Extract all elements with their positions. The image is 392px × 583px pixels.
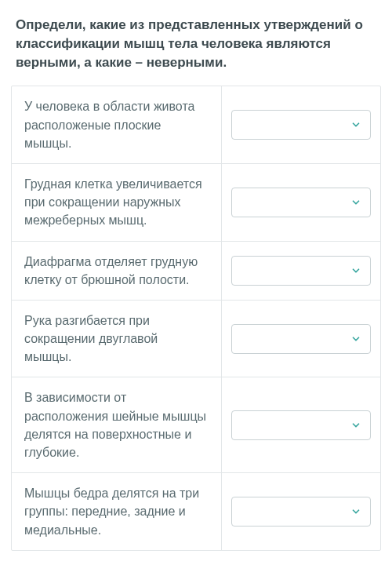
answer-cell	[222, 86, 380, 163]
chevron-down-icon	[350, 333, 362, 345]
chevron-down-icon	[350, 419, 362, 432]
answer-cell	[222, 473, 380, 550]
table-row: Грудная клетка увеличивается при сокраще…	[12, 164, 380, 242]
chevron-down-icon	[350, 118, 362, 131]
question-title: Определи, какие из представленных утверж…	[11, 16, 381, 71]
answer-dropdown[interactable]	[231, 324, 371, 354]
answer-cell	[222, 164, 380, 241]
answer-cell	[222, 242, 380, 300]
chevron-down-icon	[350, 196, 362, 209]
answer-dropdown[interactable]	[231, 410, 371, 440]
answer-dropdown[interactable]	[231, 188, 371, 217]
statement-text: Мышцы бедра делятся на три группы: перед…	[12, 473, 222, 550]
statements-table: У человека в области живота расположеные…	[11, 86, 381, 550]
answer-dropdown[interactable]	[231, 497, 371, 527]
answer-cell	[222, 377, 380, 472]
table-row: Диафрагма отделяет грудную клетку от брю…	[12, 242, 380, 301]
statement-text: Рука разгибается при сокращении двуглаво…	[12, 301, 222, 377]
statement-text: В зависимости от расположения шейные мыш…	[12, 377, 222, 472]
statement-text: Диафрагма отделяет грудную клетку от брю…	[12, 242, 222, 300]
table-row: У человека в области живота расположеные…	[12, 86, 380, 164]
table-row: В зависимости от расположения шейные мыш…	[12, 377, 380, 473]
chevron-down-icon	[350, 264, 362, 277]
answer-cell	[222, 301, 380, 377]
table-row: Рука разгибается при сокращении двуглаво…	[12, 301, 380, 378]
answer-dropdown[interactable]	[231, 256, 371, 286]
statement-text: У человека в области живота расположеные…	[12, 86, 222, 163]
statement-text: Грудная клетка увеличивается при сокраще…	[12, 164, 222, 241]
table-row: Мышцы бедра делятся на три группы: перед…	[12, 473, 380, 550]
answer-dropdown[interactable]	[231, 110, 371, 140]
chevron-down-icon	[350, 505, 362, 518]
